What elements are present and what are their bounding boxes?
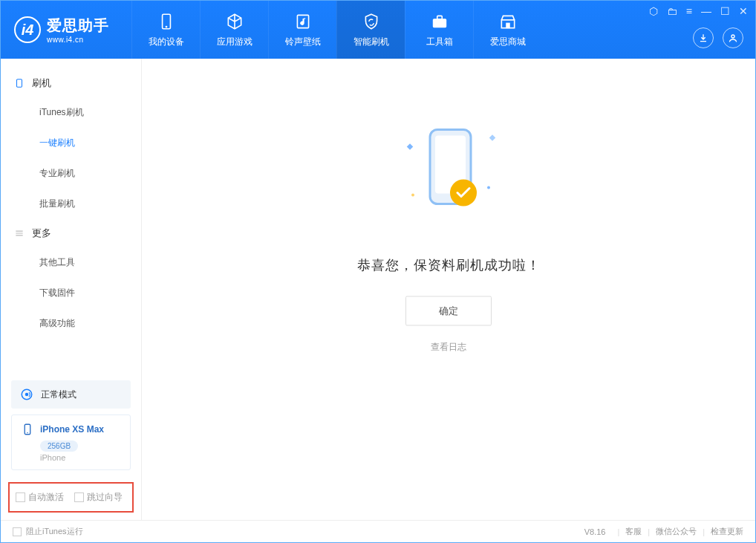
svg-point-12 (27, 432, 28, 434)
close-button[interactable]: ✕ (739, 5, 748, 17)
nav-label: 应用游戏 (217, 36, 252, 48)
sidebar-item-other-tools[interactable]: 其他工具 (1, 247, 141, 278)
device-box[interactable]: iPhone XS Max 256GB iPhone (11, 414, 131, 470)
music-note-icon (293, 12, 313, 31)
logo: i4 爱思助手 www.i4.cn (1, 1, 123, 59)
app-title: 爱思助手 (47, 16, 109, 36)
store-icon (498, 12, 518, 31)
shirt-icon[interactable]: ⬡ (649, 5, 658, 17)
sidebar: 刷机 iTunes刷机 一键刷机 专业刷机 批量刷机 更多 其他工具 下载固件 … (1, 59, 142, 520)
menu-icon[interactable]: ≡ (686, 5, 692, 17)
footer-link-check-update[interactable]: 检查更新 (711, 526, 743, 537)
flash-group-icon (14, 78, 25, 88)
nav-apps-games[interactable]: 应用游戏 (200, 1, 268, 59)
app-subtitle: www.i4.cn (47, 36, 109, 44)
mode-box[interactable]: 正常模式 (11, 380, 131, 409)
footer: 阻止iTunes运行 V8.16 | 客服 | 微信公众号 | 检查更新 (1, 520, 755, 542)
sidebar-group-flash[interactable]: 刷机 (1, 69, 141, 97)
nav-toolbox[interactable]: 工具箱 (405, 1, 473, 59)
user-button[interactable] (723, 27, 743, 48)
nav-label: 智能刷机 (353, 36, 389, 48)
ok-button[interactable]: 确定 (405, 296, 492, 325)
nav-store[interactable]: 爱思商城 (473, 1, 541, 59)
checkbox-skip-guide[interactable]: 跳过向导 (74, 491, 123, 504)
window-controls: ⬡ 🗀 ≡ — ☐ ✕ (649, 5, 748, 17)
sidebar-item-advanced[interactable]: 高级功能 (1, 308, 141, 339)
sidebar-item-oneclick-flash[interactable]: 一键刷机 (1, 128, 141, 158)
checkbox-block-itunes[interactable] (13, 527, 22, 536)
sidebar-item-batch-flash[interactable]: 批量刷机 (1, 189, 141, 219)
top-nav: 我的设备 应用游戏 铃声壁纸 智能刷机 工具箱 爱思商城 (131, 1, 541, 59)
device-phone-icon (21, 423, 34, 436)
minimize-button[interactable]: — (701, 5, 711, 17)
svg-rect-3 (433, 19, 446, 27)
toolbox-icon (430, 12, 449, 31)
lock-icon[interactable]: 🗀 (667, 5, 677, 17)
sidebar-item-download-firmware[interactable]: 下载固件 (1, 278, 141, 308)
sidebar-group-more[interactable]: 更多 (1, 219, 141, 247)
main-content: 恭喜您，保资料刷机成功啦！ 确定 查看日志 (142, 59, 755, 520)
more-group-icon (14, 228, 25, 238)
footer-link-support[interactable]: 客服 (625, 526, 642, 537)
device-type: iPhone (40, 453, 121, 462)
nav-label: 铃声壁纸 (285, 36, 321, 48)
mode-icon (20, 388, 33, 401)
body: 刷机 iTunes刷机 一键刷机 专业刷机 批量刷机 更多 其他工具 下载固件 … (1, 59, 755, 520)
nav-my-device[interactable]: 我的设备 (131, 1, 200, 59)
nav-smart-flash[interactable]: 智能刷机 (336, 1, 405, 59)
device-capacity: 256GB (40, 440, 78, 452)
version-label: V8.16 (584, 527, 606, 536)
shield-refresh-icon (362, 12, 381, 31)
block-itunes-label: 阻止iTunes运行 (26, 526, 83, 537)
view-log-link[interactable]: 查看日志 (307, 340, 590, 353)
nav-label: 爱思商城 (490, 36, 526, 48)
footer-link-wechat[interactable]: 微信公众号 (656, 526, 697, 537)
device-name: iPhone XS Max (40, 424, 104, 435)
svg-point-1 (166, 26, 167, 27)
svg-rect-8 (17, 79, 22, 88)
logo-icon: i4 (14, 16, 41, 43)
header-right-buttons (693, 27, 743, 48)
highlighted-options: 自动激活 跳过向导 (8, 482, 134, 513)
app-header: i4 爱思助手 www.i4.cn 我的设备 应用游戏 铃声壁纸 智能刷机 工具… (1, 1, 755, 59)
cube-icon (225, 12, 244, 31)
maximize-button[interactable]: ☐ (720, 5, 730, 17)
nav-ringtone-wallpaper[interactable]: 铃声壁纸 (268, 1, 336, 59)
nav-label: 我的设备 (149, 36, 184, 48)
mode-label: 正常模式 (41, 388, 76, 401)
svg-rect-4 (437, 16, 442, 19)
sidebar-item-pro-flash[interactable]: 专业刷机 (1, 158, 141, 189)
sidebar-item-itunes-flash[interactable]: iTunes刷机 (1, 97, 141, 128)
checkbox-auto-activate[interactable]: 自动激活 (16, 491, 64, 504)
svg-point-10 (25, 393, 29, 397)
svg-point-7 (731, 35, 734, 38)
nav-label: 工具箱 (426, 36, 453, 48)
download-button[interactable] (693, 27, 714, 48)
success-illustration (389, 114, 508, 233)
success-message: 恭喜您，保资料刷机成功啦！ (307, 256, 590, 273)
svg-rect-6 (506, 23, 509, 27)
device-icon (157, 12, 176, 31)
